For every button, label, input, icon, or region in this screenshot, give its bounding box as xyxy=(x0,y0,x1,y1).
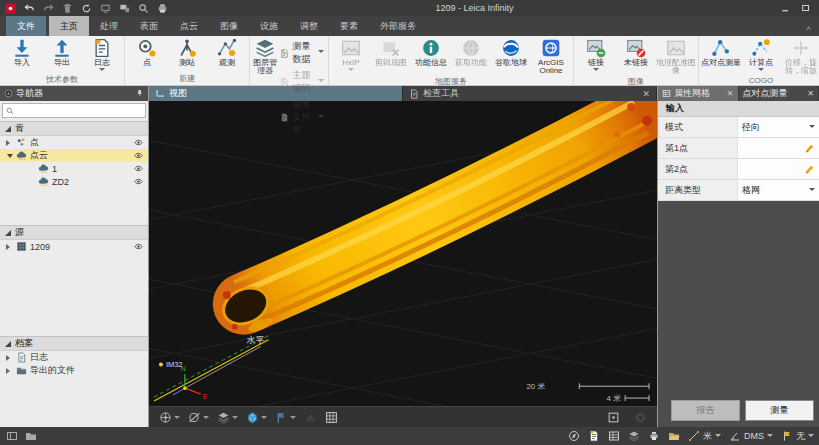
station-label: IM32 xyxy=(166,360,183,369)
viewport-tool-grid-toggle[interactable] xyxy=(323,410,340,425)
ribbon-button-导出[interactable]: 导出 xyxy=(42,36,82,67)
测量-button[interactable]: 测量 xyxy=(745,400,814,421)
tree-item-点[interactable]: 点 xyxy=(0,136,148,149)
tab-调整[interactable]: 调整 xyxy=(289,16,329,36)
ribbon-button-点[interactable]: 点 xyxy=(127,36,167,67)
ribbon-button-观测[interactable]: 观测 xyxy=(207,36,247,67)
close-icon[interactable]: ✕ xyxy=(807,89,814,98)
report-icon[interactable] xyxy=(587,430,600,443)
undo-icon[interactable] xyxy=(23,2,35,14)
collapse-ribbon-chevron[interactable]: ˄ xyxy=(806,24,811,33)
printer-icon[interactable] xyxy=(647,430,660,443)
redo-icon[interactable] xyxy=(42,2,54,14)
tree-item-点云[interactable]: 点云 xyxy=(0,149,148,162)
refresh-icon[interactable] xyxy=(80,2,92,14)
status-bar: 米DMS无 xyxy=(0,427,819,445)
viewport-tool-layer-stack[interactable] xyxy=(215,410,240,425)
unit-selector-米[interactable]: 米 xyxy=(687,430,721,443)
expander-icon[interactable] xyxy=(6,140,13,146)
input-row-value[interactable]: 径向 xyxy=(737,117,819,137)
layer-stack-icon[interactable] xyxy=(627,430,640,443)
ribbon-button-ArcGIS Online[interactable]: ArcGIS Online xyxy=(531,36,571,76)
viewport-tool-clip[interactable] xyxy=(186,410,211,425)
tree-item-1[interactable]: 1 xyxy=(0,162,148,175)
ribbon-group-label: COGO xyxy=(701,76,819,85)
viewport-tool-view-orientation[interactable] xyxy=(157,410,182,425)
ribbon-button-点对点测量[interactable]: 点对点测量 xyxy=(701,36,741,67)
close-icon[interactable]: ✕ xyxy=(727,89,734,98)
input-row-value[interactable]: 格网 xyxy=(737,180,819,200)
observation-icon xyxy=(217,38,237,58)
expander-icon[interactable] xyxy=(6,368,13,374)
expander-icon[interactable] xyxy=(6,355,13,361)
pin-icon[interactable] xyxy=(135,89,144,98)
tab-处理[interactable]: 处理 xyxy=(89,16,129,36)
section-bar-肯[interactable]: 肯 xyxy=(0,121,148,136)
close-icon[interactable]: ✕ xyxy=(642,89,650,99)
inspector-tab-点对点测量[interactable]: 点对点测量✕ xyxy=(739,86,819,101)
ribbon-stack-item-测量数据[interactable]: 测量数据 xyxy=(280,40,324,66)
tree-item-日志[interactable]: 日志 xyxy=(0,351,148,364)
edit-pencil-icon[interactable] xyxy=(804,164,815,175)
visibility-eye-icon[interactable] xyxy=(133,138,144,147)
minimize-button[interactable] xyxy=(781,3,791,13)
sync-icon[interactable] xyxy=(99,2,111,14)
visibility-eye-icon[interactable] xyxy=(133,151,144,160)
section-bar-源[interactable]: 源 xyxy=(0,225,148,240)
visibility-eye-icon[interactable] xyxy=(133,164,144,173)
panel-toggle-icon[interactable] xyxy=(5,430,18,443)
measure-input-card: 输入 模式径向第1点第2点距离类型格网 xyxy=(658,101,819,201)
input-row-value[interactable] xyxy=(737,159,819,179)
viewport-tool-point-cloud-display[interactable] xyxy=(244,410,269,425)
ribbon-button-图层管理器[interactable]: 图层管理器 xyxy=(252,36,278,76)
tab-点云[interactable]: 点云 xyxy=(169,16,209,36)
input-row-距离类型: 距离类型格网 xyxy=(658,180,819,201)
viewport-tool-zoom-extents[interactable] xyxy=(605,410,622,425)
tab-表面[interactable]: 表面 xyxy=(129,16,169,36)
folder-icon[interactable] xyxy=(24,430,37,443)
viewport-tool-filter-flag[interactable] xyxy=(273,410,298,425)
tab-要素[interactable]: 要素 xyxy=(329,16,369,36)
tab-主页[interactable]: 主页 xyxy=(49,16,89,36)
tree-item-ZD2[interactable]: ZD2 xyxy=(0,175,148,188)
3d-view-canvas[interactable]: 水平 N E IM32 20 米 xyxy=(149,101,657,406)
ribbon-button-测站[interactable]: 测站 xyxy=(167,36,207,67)
maximize-button[interactable] xyxy=(801,3,811,13)
table-icon[interactable] xyxy=(607,430,620,443)
ribbon-button-日志[interactable]: 日志 xyxy=(82,36,122,74)
view-tab-检查工具[interactable]: 检查工具✕ xyxy=(403,86,657,101)
search-input[interactable] xyxy=(17,105,142,117)
station-point xyxy=(159,362,163,366)
delete-icon[interactable] xyxy=(61,2,73,14)
folder-open-icon[interactable] xyxy=(667,430,680,443)
unit-selector-无[interactable]: 无 xyxy=(780,430,814,443)
navigator-search[interactable] xyxy=(2,103,146,118)
tab-文件[interactable]: 文件 xyxy=(6,16,46,36)
ribbon-button-谷歌地球[interactable]: 谷歌地球 xyxy=(491,36,531,67)
inspector-tab-属性网格[interactable]: 属性网格✕ xyxy=(658,86,739,101)
view-tab-视图[interactable]: 视图 xyxy=(149,86,403,101)
tree-item-1209[interactable]: 1209 xyxy=(0,240,148,253)
ribbon-button-计算点[interactable]: 计算点 xyxy=(741,36,781,74)
section-bar-档案[interactable]: 档案 xyxy=(0,336,148,351)
tab-图像[interactable]: 图像 xyxy=(209,16,249,36)
ribbon-button-导入[interactable]: 导入 xyxy=(2,36,42,67)
visibility-eye-icon[interactable] xyxy=(133,242,144,251)
tab-外部服务[interactable]: 外部服务 xyxy=(369,16,427,36)
tab-设施[interactable]: 设施 xyxy=(249,16,289,36)
expander-icon[interactable] xyxy=(6,244,13,250)
devices-icon[interactable] xyxy=(118,2,130,14)
ribbon-button-链接[interactable]: 链接 xyxy=(576,36,616,74)
ribbon-button-功能信息[interactable]: 功能信息 xyxy=(411,36,451,67)
ribbon-button-未链接[interactable]: 未链接 xyxy=(616,36,656,67)
unit-selector-DMS[interactable]: DMS xyxy=(728,430,773,443)
search-icon[interactable] xyxy=(137,2,149,14)
edit-pencil-icon[interactable] xyxy=(804,143,815,154)
ribbon-button-获取功能: 获取功能 xyxy=(451,36,491,67)
compass-icon[interactable] xyxy=(567,430,580,443)
visibility-eye-icon[interactable] xyxy=(133,177,144,186)
expander-icon[interactable] xyxy=(6,151,13,161)
tree-item-导出的文件[interactable]: 导出的文件 xyxy=(0,364,148,377)
input-row-value[interactable] xyxy=(737,138,819,158)
print-icon[interactable] xyxy=(156,2,168,14)
